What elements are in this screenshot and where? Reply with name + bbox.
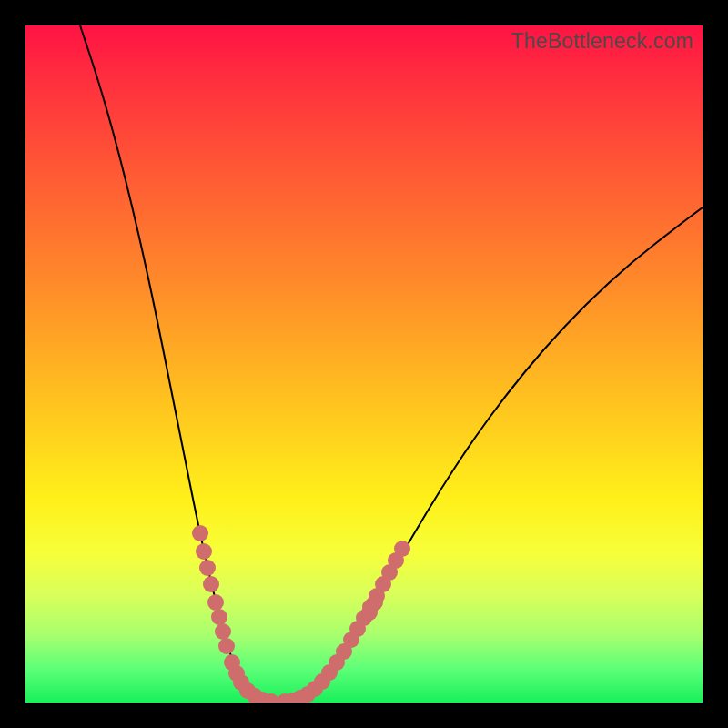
data-dot [211,609,228,625]
data-dot [394,541,410,557]
data-dot [196,543,212,560]
bottleneck-curve [80,25,703,702]
right-dot-cluster [277,541,410,703]
data-dot [192,525,208,541]
data-dot [203,576,219,592]
data-dot [367,594,383,611]
chart-svg [25,25,703,703]
curve-group [80,25,703,702]
data-dot [215,623,231,640]
data-dot [207,594,224,611]
data-dot [218,638,235,654]
outer-frame: TheBottleneck.com [0,0,728,728]
chart-plot-area: TheBottleneck.com [25,25,703,703]
data-dot [199,560,216,576]
left-dot-cluster [192,525,279,703]
